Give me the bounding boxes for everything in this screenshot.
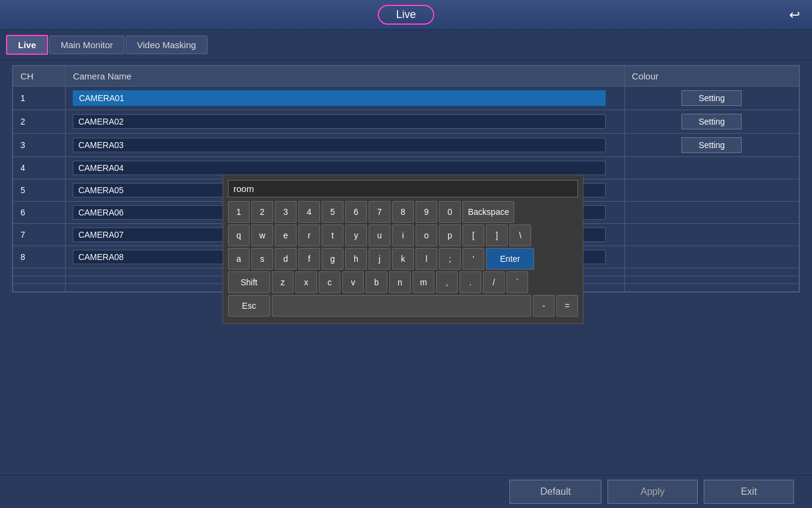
key-v[interactable]: v <box>342 271 364 293</box>
tab-main-monitor[interactable]: Main Monitor <box>49 36 125 54</box>
ch-cell: 2 <box>13 110 66 134</box>
keyboard-row-4: Shift z x c v b n m , . / ` <box>228 271 578 293</box>
colour-cell: Setting <box>624 134 799 157</box>
keyboard-overlay: 1 2 3 4 5 6 7 8 9 0 Backspace q w e r t … <box>223 175 583 324</box>
key-y[interactable]: y <box>345 225 367 246</box>
key-bracket-open[interactable]: [ <box>463 225 484 246</box>
key-backspace[interactable]: Backspace <box>463 201 514 223</box>
ch-cell: 4 <box>13 157 66 179</box>
key-t[interactable]: t <box>322 225 343 246</box>
tab-video-masking[interactable]: Video Masking <box>126 36 208 54</box>
key-a[interactable]: a <box>228 248 250 270</box>
name-cell <box>66 110 624 134</box>
name-cell <box>66 87 624 110</box>
key-s[interactable]: s <box>251 248 273 270</box>
key-p[interactable]: p <box>439 225 461 246</box>
default-button[interactable]: Default <box>509 480 601 504</box>
key-o[interactable]: o <box>416 225 437 246</box>
key-4[interactable]: 4 <box>298 201 320 223</box>
key-period[interactable]: . <box>460 271 481 293</box>
key-n[interactable]: n <box>389 271 411 293</box>
colour-cell <box>624 268 799 276</box>
key-w[interactable]: w <box>251 225 273 246</box>
key-x[interactable]: x <box>295 271 317 293</box>
key-5[interactable]: 5 <box>322 201 343 223</box>
key-9[interactable]: 9 <box>416 201 437 223</box>
colour-cell <box>624 224 799 246</box>
tabs-bar: Live Main Monitor Video Masking <box>0 30 812 60</box>
key-e[interactable]: e <box>275 225 297 246</box>
colour-cell: Setting <box>624 110 799 134</box>
colour-cell: Setting <box>624 87 799 110</box>
bottom-bar: Default Apply Exit <box>0 475 812 508</box>
title-bar: Live ↩ <box>0 0 812 30</box>
key-slash[interactable]: / <box>483 271 505 293</box>
key-d[interactable]: d <box>275 248 297 270</box>
key-6[interactable]: 6 <box>345 201 367 223</box>
back-button[interactable]: ↩ <box>789 7 800 23</box>
ch-cell: 5 <box>13 179 66 202</box>
ch-cell <box>13 268 66 276</box>
setting-button[interactable]: Setting <box>681 137 742 153</box>
key-0[interactable]: 0 <box>439 201 461 223</box>
key-g[interactable]: g <box>322 248 343 270</box>
key-semicolon[interactable]: ; <box>439 248 461 270</box>
key-h[interactable]: h <box>345 248 367 270</box>
keyboard-row-3: a s d f g h j k l ; ' Enter <box>228 248 578 270</box>
ch-cell <box>13 284 66 292</box>
keyboard-input-row <box>228 180 578 197</box>
colour-cell <box>624 276 799 284</box>
key-space[interactable] <box>272 295 531 317</box>
ch-cell <box>13 276 66 284</box>
col-header-colour: Colour <box>624 66 799 87</box>
key-7[interactable]: 7 <box>369 201 390 223</box>
key-r[interactable]: r <box>298 225 320 246</box>
key-m[interactable]: m <box>413 271 434 293</box>
tab-live[interactable]: Live <box>6 35 48 55</box>
ch-cell: 3 <box>13 134 66 157</box>
camera-name-input[interactable] <box>73 138 606 152</box>
key-quote[interactable]: ' <box>463 248 484 270</box>
key-8[interactable]: 8 <box>392 201 414 223</box>
apply-button[interactable]: Apply <box>607 480 698 504</box>
exit-button[interactable]: Exit <box>704 480 794 504</box>
key-1[interactable]: 1 <box>228 201 250 223</box>
colour-cell <box>624 284 799 292</box>
setting-button[interactable]: Setting <box>681 114 742 129</box>
key-u[interactable]: u <box>369 225 390 246</box>
table-row: 3Setting <box>13 134 799 157</box>
page-title: Live <box>378 5 434 25</box>
key-j[interactable]: j <box>369 248 390 270</box>
key-equals[interactable]: = <box>556 295 578 317</box>
colour-cell <box>624 202 799 224</box>
key-backtick[interactable]: ` <box>506 271 528 293</box>
camera-name-input[interactable] <box>73 114 606 129</box>
key-shift[interactable]: Shift <box>228 271 270 293</box>
setting-button[interactable]: Setting <box>681 90 742 106</box>
key-c[interactable]: c <box>319 271 340 293</box>
ch-cell: 6 <box>13 202 66 224</box>
table-row: 1Setting <box>13 87 799 110</box>
key-b[interactable]: b <box>366 271 387 293</box>
key-z[interactable]: z <box>272 271 294 293</box>
key-comma[interactable]: , <box>436 271 458 293</box>
key-minus[interactable]: - <box>533 295 555 317</box>
key-l[interactable]: l <box>416 248 437 270</box>
key-f[interactable]: f <box>298 248 320 270</box>
key-i[interactable]: i <box>392 225 414 246</box>
ch-cell: 1 <box>13 87 66 110</box>
key-q[interactable]: q <box>228 225 250 246</box>
key-backslash[interactable]: \ <box>509 225 531 246</box>
camera-name-input[interactable] <box>73 90 606 106</box>
keyboard-row-2: q w e r t y u i o p [ ] \ <box>228 225 578 246</box>
colour-cell <box>624 246 799 268</box>
key-esc[interactable]: Esc <box>228 295 270 317</box>
key-bracket-close[interactable]: ] <box>486 225 508 246</box>
keyboard-input[interactable] <box>228 180 578 197</box>
camera-name-input[interactable] <box>73 161 606 175</box>
key-2[interactable]: 2 <box>251 201 273 223</box>
ch-cell: 8 <box>13 246 66 268</box>
key-3[interactable]: 3 <box>275 201 297 223</box>
key-k[interactable]: k <box>392 248 414 270</box>
key-enter[interactable]: Enter <box>486 248 534 270</box>
